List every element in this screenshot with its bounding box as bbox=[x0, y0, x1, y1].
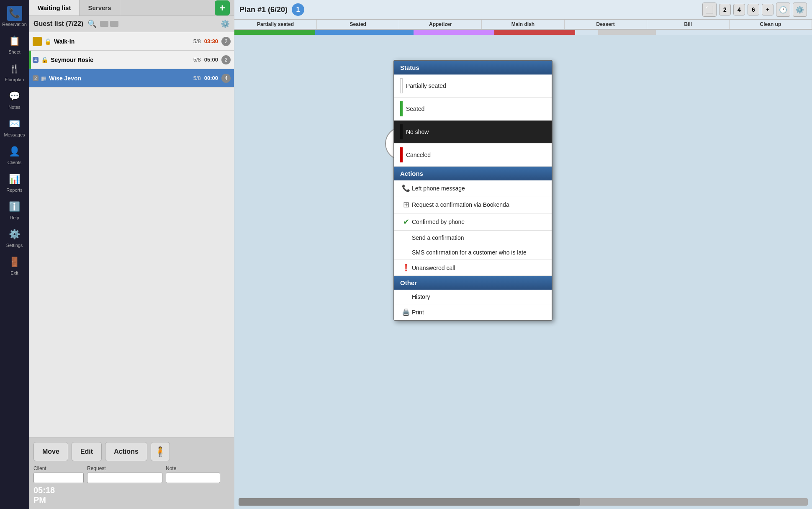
edit-button[interactable]: Edit bbox=[72, 442, 102, 461]
sidebar-item-exit[interactable]: 🚪 Exit bbox=[1, 252, 28, 278]
exclamation-icon: ❗ bbox=[400, 264, 412, 272]
action-unanswered-call[interactable]: ❗ Unanswered call bbox=[394, 260, 552, 276]
sms-confirmation-label: SMS confirmation for a customer who is l… bbox=[412, 249, 527, 256]
client-label: Client bbox=[33, 465, 84, 471]
table-row[interactable]: 4 🔒 Seymour Rosie 5/8 05:00 2 bbox=[29, 51, 234, 69]
note-field: Note bbox=[166, 465, 220, 483]
status-color-canceled bbox=[400, 147, 403, 162]
partially-seated-label: Partially seated bbox=[406, 82, 446, 89]
status-line bbox=[29, 32, 31, 50]
action-send-confirmation[interactable]: Send a confirmation bbox=[394, 231, 552, 245]
plan-controls: ⬜ 2 4 6 + 🕐 ⚙️ bbox=[702, 3, 807, 17]
sidebar-item-clients[interactable]: 👤 Clients bbox=[1, 141, 28, 167]
search-button[interactable]: 🔍 bbox=[87, 19, 97, 28]
copy-icon-button[interactable]: ⬜ bbox=[702, 3, 717, 17]
left-panel: Waiting list Servers + Guest list (7/22)… bbox=[29, 0, 234, 509]
sidebar-item-label-clients: Clients bbox=[8, 160, 22, 165]
sidebar-item-label-reports: Reports bbox=[6, 188, 23, 193]
status-canceled-item[interactable]: Canceled bbox=[394, 144, 552, 167]
tab-waiting-list[interactable]: Waiting list bbox=[29, 0, 80, 15]
status-section-header: Status bbox=[394, 61, 552, 75]
sidebar-item-help[interactable]: ℹ️ Help bbox=[1, 197, 28, 223]
table-number-badge: 2 bbox=[33, 75, 39, 81]
status-col-partially-seated: Partially seated bbox=[234, 20, 317, 29]
checkmark-icon: ✔ bbox=[400, 217, 412, 226]
color-seg-green bbox=[234, 30, 315, 35]
print-icon: 🖨️ bbox=[400, 308, 412, 316]
action-history[interactable]: History bbox=[394, 290, 552, 304]
status-line bbox=[29, 51, 31, 69]
top-section: Waiting list Servers + Guest list (7/22)… bbox=[29, 0, 812, 509]
reports-icon: 📊 bbox=[7, 172, 22, 187]
sidebar-item-label-help: Help bbox=[10, 215, 19, 220]
note-input[interactable] bbox=[166, 473, 220, 483]
floor-area: 9 Status Partially seated Seated bbox=[234, 35, 812, 495]
action-bookenda-confirmation[interactable]: ⊞ Request a confirmation via Bookenda bbox=[394, 196, 552, 213]
messages-icon: ✉️ bbox=[7, 116, 22, 131]
grid-icon: ▦ bbox=[41, 75, 46, 82]
status-seated-item[interactable]: Seated bbox=[394, 98, 552, 121]
settings-icon: ⚙️ bbox=[7, 227, 22, 242]
status-partially-seated-item[interactable]: Partially seated bbox=[394, 75, 552, 98]
status-col-cleanup: Clean up bbox=[730, 20, 812, 29]
settings-guest-button[interactable]: ⚙️ bbox=[221, 19, 230, 28]
gear-icon-button[interactable]: ⚙️ bbox=[793, 3, 807, 17]
sidebar-item-label-settings: Settings bbox=[6, 243, 23, 248]
plan-num-2[interactable]: 2 bbox=[719, 4, 731, 15]
client-input[interactable] bbox=[33, 473, 84, 483]
status-col-bill: Bill bbox=[647, 20, 730, 29]
status-no-show-item[interactable]: No show bbox=[394, 121, 552, 144]
clients-icon: 👤 bbox=[7, 144, 22, 159]
tab-servers[interactable]: Servers bbox=[80, 0, 120, 15]
plan-num-6[interactable]: 6 bbox=[748, 4, 759, 15]
lock-icon: 🔒 bbox=[41, 57, 48, 63]
sidebar-item-notes[interactable]: 💬 Notes bbox=[1, 86, 28, 112]
sidebar-item-label-exit: Exit bbox=[10, 270, 18, 275]
seat-count: 4 bbox=[221, 74, 231, 83]
table-row[interactable]: 🔒 Walk-In 5/8 03:30 2 bbox=[29, 32, 234, 51]
color-tag bbox=[33, 37, 42, 46]
send-confirmation-label: Send a confirmation bbox=[412, 234, 464, 241]
request-input[interactable] bbox=[87, 473, 162, 483]
time-value: 03:30 bbox=[204, 38, 218, 44]
sidebar-item-floorplan[interactable]: 🍴 Floorplan bbox=[1, 59, 28, 85]
no-show-label: No show bbox=[406, 129, 429, 135]
plan-num-4[interactable]: 4 bbox=[733, 4, 745, 15]
person-icon-button[interactable]: 🧍 bbox=[151, 442, 170, 461]
bottom-actions: Move Edit Actions 🧍 Client Request bbox=[29, 437, 234, 509]
status-col-dessert: Dessert bbox=[565, 20, 647, 29]
plan-badge[interactable]: 1 bbox=[292, 3, 304, 16]
floor-scrollbar-thumb bbox=[239, 498, 580, 506]
floor-scrollbar[interactable] bbox=[239, 498, 808, 506]
sidebar-item-reports[interactable]: 📊 Reports bbox=[1, 169, 28, 195]
guest-list-header: Guest list (7/22) 🔍 ⚙️ bbox=[29, 16, 234, 32]
table-row[interactable]: 2 ▦ Wise Jevon 5/8 00:00 4 bbox=[29, 69, 234, 87]
action-phone-message[interactable]: 📞 Left phone message bbox=[394, 180, 552, 196]
unanswered-call-label: Unanswered call bbox=[412, 265, 455, 271]
request-field: Request bbox=[87, 465, 162, 483]
seated-label: Seated bbox=[406, 105, 424, 112]
confirmed-phone-label: Confirmed by phone bbox=[412, 219, 465, 225]
sidebar-item-sheet[interactable]: 📋 Sheet bbox=[1, 31, 28, 57]
actions-button[interactable]: Actions bbox=[105, 442, 147, 461]
note-label: Note bbox=[166, 465, 220, 471]
action-confirmed-phone[interactable]: ✔ Confirmed by phone bbox=[394, 213, 552, 231]
sidebar-item-settings[interactable]: ⚙️ Settings bbox=[1, 224, 28, 250]
clock-icon-button[interactable]: 🕐 bbox=[776, 3, 790, 17]
sidebar-item-label-sheet: Sheet bbox=[8, 49, 21, 54]
status-bar: Partially seated Seated Appetizer Main d… bbox=[234, 20, 812, 30]
sidebar-item-label-reservation: Reservation bbox=[2, 22, 27, 27]
sidebar-item-label-floorplan: Floorplan bbox=[5, 77, 24, 82]
sidebar-item-label-messages: Messages bbox=[4, 132, 25, 137]
main-content: Waiting list Servers + Guest list (7/22)… bbox=[29, 0, 812, 509]
sidebar-item-messages[interactable]: ✉️ Messages bbox=[1, 114, 28, 140]
reservation-icon: 📞 bbox=[7, 6, 22, 21]
plan-num-plus[interactable]: + bbox=[762, 4, 773, 15]
action-print[interactable]: 🖨️ Print bbox=[394, 304, 552, 320]
sidebar-item-reservation[interactable]: 📞 Reservation bbox=[1, 3, 28, 29]
move-button[interactable]: Move bbox=[33, 442, 68, 461]
tab-bar: Waiting list Servers + bbox=[29, 0, 234, 16]
add-tab-button[interactable]: + bbox=[215, 0, 230, 15]
action-sms-confirmation[interactable]: SMS confirmation for a customer who is l… bbox=[394, 245, 552, 260]
plan-title: Plan #1 (6/20) bbox=[239, 5, 288, 14]
